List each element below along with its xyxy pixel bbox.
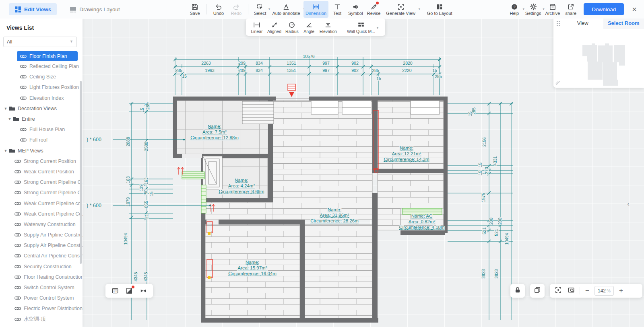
view-link-icon <box>14 275 21 280</box>
minimap[interactable] <box>553 29 644 88</box>
elevation-button[interactable]: Elevation <box>318 20 339 35</box>
view-label: Full roof <box>29 137 47 143</box>
sidebar-view-item[interactable]: Ceiling Size <box>0 72 83 82</box>
sidebar-view-item[interactable]: Security Construction <box>0 261 83 272</box>
drawing-canvas[interactable]: 1057622632098341351997902282028519632098… <box>0 19 644 327</box>
drag-handle-icon[interactable] <box>556 21 560 26</box>
share-button[interactable]: share <box>562 1 580 18</box>
auto-annotate-button[interactable]: Auto-annotate ▾ <box>269 1 303 18</box>
expand-arrow-icon[interactable]: ▼ <box>3 107 8 111</box>
sidebar-view-item[interactable]: Supply Air Pipeline Constr... <box>0 240 83 251</box>
text-button[interactable]: Text <box>328 1 346 18</box>
go-to-layout-icon <box>436 3 443 10</box>
dimension-label: 4345 <box>133 272 138 282</box>
dimension-sub-toolbar: Linear Aligned Radius Angle Elevation Wa… <box>246 19 385 36</box>
view-link-icon <box>14 264 21 269</box>
room-label: Circumference: 4.18m <box>399 225 444 230</box>
sidebar-view-item[interactable]: Weak Current Pipeline co... <box>0 198 83 208</box>
sidebar-folder[interactable]: ▼Decoration Views <box>0 103 83 114</box>
dimension-label: 200 <box>497 218 502 225</box>
undo-button[interactable]: Undo <box>210 1 227 18</box>
angle-button[interactable]: Angle <box>301 20 318 35</box>
sidebar-view-item[interactable]: Reflected Ceiling Plan <box>0 61 83 72</box>
generate-view-button[interactable]: Generate View ▾ <box>383 1 419 18</box>
view-link-icon <box>14 253 21 258</box>
annotation-display-icon[interactable] <box>111 286 120 295</box>
dimension-label: 2820 <box>403 61 413 66</box>
redo-button[interactable]: Redo <box>227 1 245 18</box>
sidebar-view-item[interactable]: Strong Current Position <box>0 156 83 167</box>
sidebar-view-item[interactable]: Floor Heating Construction <box>0 272 83 282</box>
sidebar-view-item[interactable]: Strong Current Pipeline C... <box>0 177 83 187</box>
sidebar-view-item[interactable]: Waterway Construction <box>0 219 83 230</box>
sidebar-view-item[interactable]: Strong Current Pipeline C... <box>0 187 83 198</box>
zoom-area-icon[interactable] <box>567 286 576 296</box>
canvas-display-toolbar <box>105 284 153 298</box>
sidebar-view-item[interactable]: Power Control System <box>0 293 83 303</box>
sidebar-view-item[interactable]: Switch Control System <box>0 282 83 293</box>
zoom-out-button[interactable]: − <box>584 288 590 294</box>
match-line-icon[interactable] <box>139 286 148 295</box>
view-link-icon <box>14 285 21 290</box>
views-filter-select[interactable]: All ▼ <box>3 37 77 47</box>
chevron-down-icon[interactable]: ▾ <box>419 7 420 11</box>
view-link-icon <box>14 169 21 174</box>
save-button[interactable]: Save <box>186 1 204 18</box>
room-label: Area: 7.5m² <box>202 130 227 134</box>
sidebar-view-item[interactable]: Central Air Pipeline Constr... <box>0 251 83 261</box>
fit-view-icon[interactable] <box>554 286 563 296</box>
expand-arrow-icon[interactable]: ▼ <box>7 117 12 121</box>
sidebar-folder[interactable]: ▼MEP Views <box>0 146 83 156</box>
aligned-button[interactable]: Aligned <box>265 20 283 35</box>
divider <box>422 4 422 14</box>
divider <box>342 22 342 33</box>
tab-select-room[interactable]: Select Room <box>603 17 644 29</box>
zoom-level-input[interactable]: 142 % <box>594 286 614 296</box>
expand-arrow-icon[interactable]: ▼ <box>3 149 8 153</box>
sidebar-folder[interactable]: ▼Entire <box>0 114 83 124</box>
sidebar-view-item[interactable]: Full roof <box>0 135 83 145</box>
view-label: Decoration Views <box>18 106 57 111</box>
sidebar-view-item[interactable]: Electric Power Distribution <box>0 303 83 314</box>
zoom-in-button[interactable]: + <box>618 288 624 294</box>
close-icon[interactable]: × <box>629 5 640 13</box>
window-overlap-button[interactable] <box>530 284 545 298</box>
drawings-layout-button[interactable]: Drawings Layout <box>67 6 122 13</box>
linear-button[interactable]: Linear <box>248 20 265 35</box>
sidebar-view-item[interactable]: Full House Plan <box>0 124 83 135</box>
mask-display-icon[interactable] <box>125 286 134 295</box>
sidebar-view-item[interactable]: Elevation Index <box>0 93 83 103</box>
sidebar-view-item[interactable]: Floor Finish Plan <box>17 51 78 61</box>
sidebar-view-item[interactable]: Supply Air Pipline Constru... <box>0 230 83 240</box>
text-icon <box>334 3 341 10</box>
resize-handle[interactable] <box>555 81 560 86</box>
view-label: Waterway Construction <box>24 222 76 227</box>
help-button[interactable]: ? Help ▾ <box>506 1 523 18</box>
revise-button[interactable]: Revise <box>365 1 383 18</box>
dimension-button[interactable]: Dimension <box>303 1 328 18</box>
chevron-down-icon[interactable]: ▾ <box>377 26 378 30</box>
redo-icon <box>233 3 240 10</box>
collapse-panel-chevron[interactable]: ‹ <box>625 198 632 210</box>
archive-button[interactable]: Archive <box>543 1 562 18</box>
sidebar-view-item[interactable]: 水空调-顶 <box>0 314 83 325</box>
settings-button[interactable]: Settings ▾ <box>523 1 543 18</box>
lock-button[interactable] <box>510 284 525 298</box>
select-button[interactable]: Select ▾ <box>251 1 269 18</box>
sidebar-view-item[interactable]: Light Fixtures Position <box>0 82 83 93</box>
edit-views-button[interactable]: Edit Views <box>9 3 57 15</box>
dimension-label: 15 <box>376 76 381 81</box>
wall-quick-mark-button[interactable]: Wall Quick M... ▾ <box>345 20 377 35</box>
sidebar-view-item[interactable]: Weak Current Position <box>0 167 83 177</box>
download-button[interactable]: Download <box>584 3 624 15</box>
radius-button[interactable]: Radius <box>283 20 301 35</box>
view-label: Supply Air Pipline Constru... <box>24 232 83 238</box>
sidebar-scrollbar[interactable] <box>80 81 82 264</box>
go-to-layout-button[interactable]: Go to Layout <box>425 1 454 18</box>
dimension-label: 163 <box>126 176 130 183</box>
folder-icon <box>9 149 15 153</box>
symbol-button[interactable]: Symbol <box>346 1 365 18</box>
sidebar-view-item[interactable]: Weak Current Pipeline Co... <box>0 209 83 219</box>
divider <box>206 4 207 14</box>
tab-view[interactable]: View <box>562 17 603 29</box>
